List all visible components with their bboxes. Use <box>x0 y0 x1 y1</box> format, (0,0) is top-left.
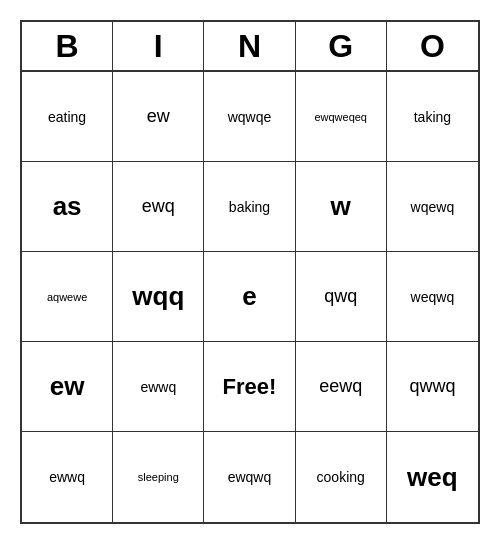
grid-cell-0-1: ew <box>113 72 204 162</box>
bingo-header: BINGO <box>22 22 478 72</box>
header-letter: G <box>296 22 387 70</box>
grid-cell-3-2: Free! <box>204 342 295 432</box>
bingo-grid: eatingewwqwqeewqweqeqtakingasewqbakingww… <box>22 72 478 522</box>
grid-cell-3-3: eewq <box>296 342 387 432</box>
grid-cell-1-4: wqewq <box>387 162 478 252</box>
grid-cell-2-2: e <box>204 252 295 342</box>
grid-cell-1-0: as <box>22 162 113 252</box>
header-letter: N <box>204 22 295 70</box>
grid-cell-3-0: ew <box>22 342 113 432</box>
grid-cell-2-1: wqq <box>113 252 204 342</box>
grid-cell-0-0: eating <box>22 72 113 162</box>
grid-cell-0-4: taking <box>387 72 478 162</box>
grid-cell-4-2: ewqwq <box>204 432 295 522</box>
grid-cell-3-1: ewwq <box>113 342 204 432</box>
grid-cell-2-4: weqwq <box>387 252 478 342</box>
grid-cell-3-4: qwwq <box>387 342 478 432</box>
grid-cell-4-3: cooking <box>296 432 387 522</box>
header-letter: I <box>113 22 204 70</box>
bingo-card: BINGO eatingewwqwqeewqweqeqtakingasewqba… <box>20 20 480 524</box>
grid-cell-4-0: ewwq <box>22 432 113 522</box>
grid-cell-2-0: aqwewe <box>22 252 113 342</box>
header-letter: B <box>22 22 113 70</box>
grid-cell-1-1: ewq <box>113 162 204 252</box>
grid-cell-2-3: qwq <box>296 252 387 342</box>
grid-cell-1-2: baking <box>204 162 295 252</box>
grid-cell-0-2: wqwqe <box>204 72 295 162</box>
grid-cell-1-3: w <box>296 162 387 252</box>
grid-cell-0-3: ewqweqeq <box>296 72 387 162</box>
grid-cell-4-4: weq <box>387 432 478 522</box>
grid-cell-4-1: sleeping <box>113 432 204 522</box>
header-letter: O <box>387 22 478 70</box>
